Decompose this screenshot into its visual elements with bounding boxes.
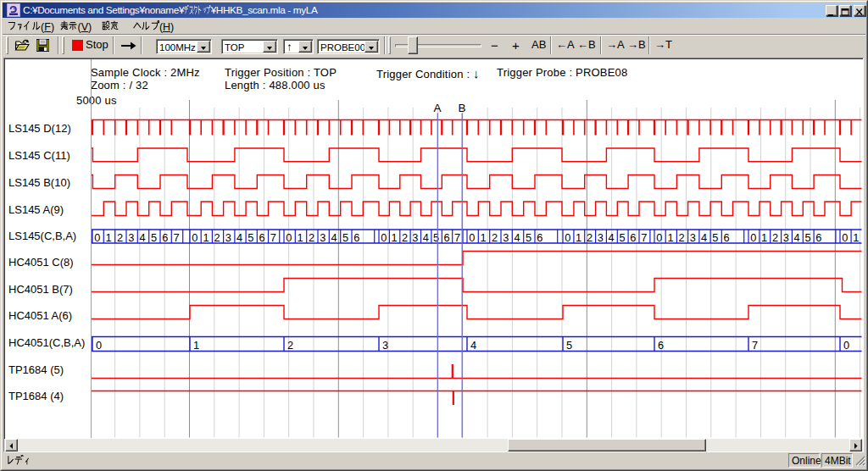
svg-text:6: 6	[630, 231, 636, 244]
svg-text:3: 3	[412, 231, 418, 244]
svg-text:5: 5	[342, 231, 348, 244]
svg-text:7: 7	[270, 231, 276, 244]
svg-text:0: 0	[656, 231, 662, 244]
svg-text:4: 4	[423, 231, 429, 244]
svg-text:4: 4	[515, 231, 520, 244]
svg-text:1: 1	[298, 231, 303, 244]
svg-text:2: 2	[214, 231, 220, 244]
svg-text:0: 0	[96, 339, 102, 352]
svg-text:5: 5	[712, 231, 718, 244]
svg-text:0: 0	[469, 231, 475, 244]
svg-text:3: 3	[503, 231, 509, 244]
svg-text:3: 3	[598, 231, 604, 244]
svg-text:7: 7	[752, 339, 758, 352]
svg-text:1: 1	[761, 231, 767, 244]
svg-text:0: 0	[94, 231, 100, 244]
svg-text:B: B	[458, 102, 465, 114]
svg-text:7: 7	[641, 231, 647, 244]
svg-text:2: 2	[287, 339, 293, 352]
svg-text:1: 1	[193, 339, 199, 352]
svg-text:6: 6	[353, 231, 359, 244]
svg-text:5: 5	[151, 231, 157, 244]
svg-text:6: 6	[162, 231, 168, 244]
svg-text:1: 1	[576, 231, 581, 244]
svg-text:2: 2	[309, 231, 314, 244]
svg-text:5: 5	[248, 231, 253, 244]
svg-text:1: 1	[667, 231, 673, 244]
svg-text:6: 6	[259, 231, 265, 244]
svg-text:4: 4	[140, 231, 146, 244]
svg-text:7: 7	[174, 231, 180, 244]
svg-text:3: 3	[320, 231, 326, 244]
svg-text:1: 1	[853, 231, 859, 244]
svg-text:2: 2	[679, 231, 685, 244]
svg-text:5: 5	[620, 231, 626, 244]
svg-text:0: 0	[192, 231, 198, 244]
svg-text:5: 5	[433, 231, 439, 244]
svg-text:6: 6	[815, 231, 821, 244]
svg-text:0: 0	[750, 231, 756, 244]
svg-text:4: 4	[609, 231, 615, 244]
svg-text:1: 1	[106, 231, 112, 244]
svg-text:4: 4	[701, 231, 707, 244]
svg-text:1: 1	[392, 231, 398, 244]
svg-text:0: 0	[842, 231, 848, 244]
svg-text:0: 0	[843, 339, 849, 352]
svg-text:6: 6	[658, 339, 664, 352]
svg-text:0: 0	[286, 231, 292, 244]
svg-text:4: 4	[331, 231, 337, 244]
svg-text:2: 2	[772, 231, 778, 244]
svg-text:A: A	[433, 102, 441, 114]
svg-text:4: 4	[236, 231, 242, 244]
svg-text:2: 2	[587, 231, 593, 244]
svg-text:6: 6	[537, 231, 542, 244]
svg-text:5: 5	[805, 231, 811, 244]
svg-text:3: 3	[225, 231, 231, 244]
svg-text:2: 2	[492, 231, 498, 244]
svg-text:1: 1	[203, 231, 209, 244]
svg-text:3: 3	[128, 231, 134, 244]
svg-text:5: 5	[526, 231, 531, 244]
svg-text:5: 5	[566, 339, 572, 352]
svg-text:3: 3	[783, 231, 789, 244]
svg-text:2: 2	[117, 231, 123, 244]
svg-text:3: 3	[690, 231, 696, 244]
svg-text:7: 7	[454, 231, 460, 244]
svg-text:4: 4	[794, 231, 800, 244]
svg-text:3: 3	[382, 339, 388, 352]
svg-text:1: 1	[481, 231, 487, 244]
svg-text:4: 4	[470, 339, 476, 352]
svg-text:2: 2	[402, 231, 408, 244]
svg-text:0: 0	[565, 231, 570, 244]
svg-text:6: 6	[724, 231, 730, 244]
svg-text:0: 0	[381, 231, 387, 244]
svg-text:6: 6	[444, 231, 450, 244]
